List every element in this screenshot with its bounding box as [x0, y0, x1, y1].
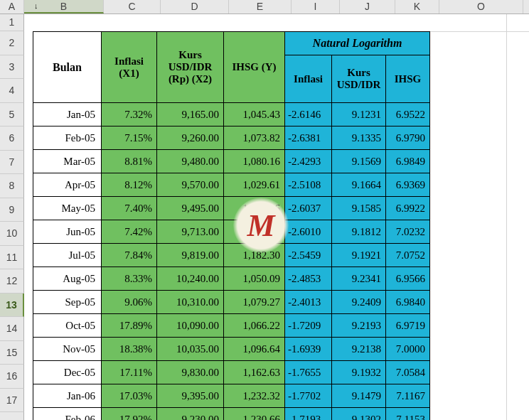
row-header-13[interactable]: 13: [0, 294, 24, 318]
cell-ln_inf[interactable]: -1.7655: [285, 361, 332, 384]
col-header-a[interactable]: A: [0, 0, 24, 14]
cell-ln_inf[interactable]: -2.4013: [285, 291, 332, 314]
cell-inflasi[interactable]: 7.42%: [102, 220, 157, 244]
cell-ln_kurs[interactable]: 9.2193: [332, 314, 386, 338]
cell-ln_kurs[interactable]: 9.1302: [332, 408, 386, 421]
col-header-b[interactable]: B↓: [24, 0, 104, 14]
cell-inflasi[interactable]: 17.89%: [102, 314, 157, 338]
cell-bulan[interactable]: Sep-05: [33, 291, 102, 314]
cell-bulan[interactable]: May-05: [33, 197, 102, 220]
col-header-d[interactable]: D: [161, 0, 229, 14]
row-header-7[interactable]: 7: [0, 151, 24, 175]
header-ln-kurs[interactable]: Kurs USD/IDR: [332, 55, 386, 103]
cell-ln_kurs[interactable]: 9.1812: [332, 220, 386, 244]
cell-ln_kurs[interactable]: 9.2138: [332, 338, 386, 361]
cell-ihsg[interactable]: 1,088.16: [224, 197, 285, 220]
cell-kurs[interactable]: 9,480.00: [157, 150, 224, 173]
cell-bulan[interactable]: Aug-05: [33, 267, 102, 291]
cell-ln_ihsg[interactable]: 6.9849: [386, 150, 430, 173]
cell-ln_ihsg[interactable]: 7.0584: [386, 361, 430, 384]
table-row[interactable]: Jan-0617.03%9,395.001,232.32-1.77029.147…: [33, 384, 430, 408]
table-row[interactable]: Aug-058.33%10,240.001,050.09-2.48539.234…: [33, 267, 430, 291]
cell-ln_inf[interactable]: -2.6010: [285, 220, 332, 244]
cell-inflasi[interactable]: 17.11%: [102, 361, 157, 384]
cell-ln_inf[interactable]: -1.7209: [285, 314, 332, 338]
cell-bulan[interactable]: Jan-05: [33, 103, 102, 126]
cell-ihsg[interactable]: 1,080.16: [224, 150, 285, 173]
header-ln-ihsg[interactable]: IHSG: [386, 55, 430, 103]
cell-ln_kurs[interactable]: 9.1932: [332, 361, 386, 384]
row-header-18[interactable]: 18: [0, 412, 24, 420]
col-header-o[interactable]: O: [439, 0, 523, 14]
col-header-k[interactable]: K: [395, 0, 439, 14]
row-header-4[interactable]: 4: [0, 79, 24, 103]
cell-ihsg[interactable]: 1,182.30: [224, 244, 285, 267]
table-row[interactable]: Oct-0517.89%10,090.001,066.22-1.72099.21…: [33, 314, 430, 338]
cell-ln_kurs[interactable]: 9.2409: [332, 291, 386, 314]
table-row[interactable]: Sep-059.06%10,310.001,079.27-2.40139.240…: [33, 291, 430, 314]
cell-ihsg[interactable]: 1,029.61: [224, 173, 285, 197]
cell-ln_ihsg[interactable]: 7.1153: [386, 408, 430, 421]
row-header-5[interactable]: 5: [0, 103, 24, 127]
table-row[interactable]: May-057.40%9,495.001,088.16-2.60379.1585…: [33, 197, 430, 220]
cell-ihsg[interactable]: 1,232.32: [224, 384, 285, 408]
cell-inflasi[interactable]: 9.06%: [102, 291, 157, 314]
table-row[interactable]: Feb-0617.92%9,230.001,230.66-1.71939.130…: [33, 408, 430, 421]
cell-ln_ihsg[interactable]: 7.0232: [386, 220, 430, 244]
row-header-8[interactable]: 8: [0, 174, 24, 198]
cell-ihsg[interactable]: 1,230.66: [224, 408, 285, 421]
cell-bulan[interactable]: Jun-05: [33, 220, 102, 244]
row-header-14[interactable]: 14: [0, 317, 24, 341]
cell-ihsg[interactable]: 1,079.27: [224, 291, 285, 314]
cell-ln_ihsg[interactable]: 6.9566: [386, 267, 430, 291]
cell-ln_kurs[interactable]: 9.1921: [332, 244, 386, 267]
cell-ln_inf[interactable]: -1.6939: [285, 338, 332, 361]
cell-bulan[interactable]: Mar-05: [33, 150, 102, 173]
cell-kurs[interactable]: 9,819.00: [157, 244, 224, 267]
cell-ln_ihsg[interactable]: 6.9922: [386, 197, 430, 220]
grid-area[interactable]: Bulan Inflasi (X1) Kurs USD/IDR (Rp) (X2…: [24, 14, 529, 420]
cell-ln_inf[interactable]: -1.7702: [285, 384, 332, 408]
cell-kurs[interactable]: 9,830.00: [157, 361, 224, 384]
cell-ln_ihsg[interactable]: 7.0752: [386, 244, 430, 267]
header-bulan[interactable]: Bulan: [33, 32, 102, 103]
cell-ln_kurs[interactable]: 9.1479: [332, 384, 386, 408]
table-row[interactable]: Apr-058.12%9,570.001,029.61-2.51089.1664…: [33, 173, 430, 197]
row-header-10[interactable]: 10: [0, 222, 24, 246]
empty-column-o[interactable]: [506, 14, 529, 420]
cell-ihsg[interactable]: 1,122.37: [224, 220, 285, 244]
cell-bulan[interactable]: Apr-05: [33, 173, 102, 197]
col-header-j[interactable]: J: [340, 0, 395, 14]
cell-kurs[interactable]: 10,035.00: [157, 338, 224, 361]
cell-kurs[interactable]: 10,240.00: [157, 267, 224, 291]
table-row[interactable]: Jan-057.32%9,165.001,045.43-2.61469.1231…: [33, 103, 430, 126]
cell-inflasi[interactable]: 18.38%: [102, 338, 157, 361]
cell-inflasi[interactable]: 8.33%: [102, 267, 157, 291]
cell-ln_kurs[interactable]: 9.1335: [332, 126, 386, 150]
cell-ihsg[interactable]: 1,162.63: [224, 361, 285, 384]
cell-bulan[interactable]: Nov-05: [33, 338, 102, 361]
cell-kurs[interactable]: 9,165.00: [157, 103, 224, 126]
cell-ln_ihsg[interactable]: 6.9522: [386, 103, 430, 126]
row-header-16[interactable]: 16: [0, 365, 24, 389]
cell-ihsg[interactable]: 1,073.82: [224, 126, 285, 150]
cell-ln_inf[interactable]: -2.4853: [285, 267, 332, 291]
cell-ihsg[interactable]: 1,096.64: [224, 338, 285, 361]
table-row[interactable]: Jun-057.42%9,713.001,122.37-2.60109.1812…: [33, 220, 430, 244]
cell-ln_inf[interactable]: -2.5459: [285, 244, 332, 267]
cell-ln_kurs[interactable]: 9.1231: [332, 103, 386, 126]
table-row[interactable]: Feb-057.15%9,260.001,073.82-2.63819.1335…: [33, 126, 430, 150]
table-row[interactable]: Nov-0518.38%10,035.001,096.64-1.69399.21…: [33, 338, 430, 361]
col-header-e[interactable]: E: [229, 0, 292, 14]
cell-kurs[interactable]: 9,230.00: [157, 408, 224, 421]
cell-bulan[interactable]: Jan-06: [33, 384, 102, 408]
cell-ln_ihsg[interactable]: 6.9369: [386, 173, 430, 197]
cell-ln_kurs[interactable]: 9.1664: [332, 173, 386, 197]
header-ihsg[interactable]: IHSG (Y): [224, 32, 285, 103]
cell-ihsg[interactable]: 1,045.43: [224, 103, 285, 126]
cell-bulan[interactable]: Oct-05: [33, 314, 102, 338]
cell-kurs[interactable]: 9,495.00: [157, 197, 224, 220]
cell-inflasi[interactable]: 8.12%: [102, 173, 157, 197]
cell-bulan[interactable]: Feb-05: [33, 126, 102, 150]
cell-inflasi[interactable]: 8.81%: [102, 150, 157, 173]
